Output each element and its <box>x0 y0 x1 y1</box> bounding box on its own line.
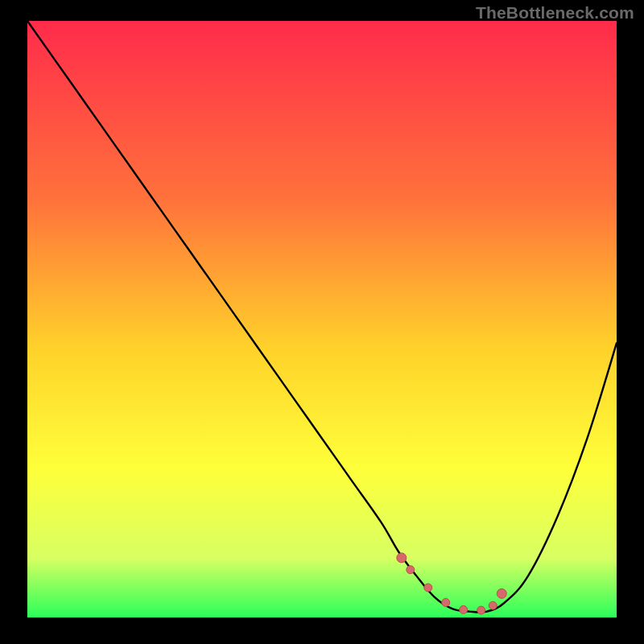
optimum-marker <box>407 566 415 574</box>
optimum-marker <box>397 553 407 563</box>
bottleneck-chart <box>0 0 644 644</box>
optimum-marker <box>424 584 432 592</box>
optimum-marker <box>442 598 450 606</box>
optimum-marker <box>477 606 485 614</box>
plot-background <box>27 21 617 617</box>
watermark-text: TheBottleneck.com <box>476 3 634 23</box>
optimum-marker <box>497 588 506 598</box>
optimum-marker <box>489 601 497 609</box>
chart-frame: { "watermark": "TheBottleneck.com", "col… <box>0 0 644 644</box>
optimum-marker <box>460 605 468 613</box>
